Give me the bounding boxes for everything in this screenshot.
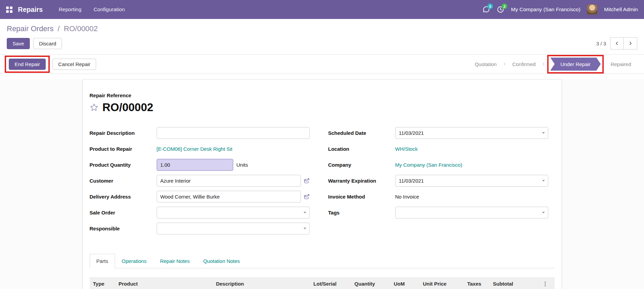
delivery-address-input[interactable] <box>157 191 301 203</box>
tab-repair-notes[interactable]: Repair Notes <box>153 254 197 268</box>
favorite-star-icon[interactable] <box>90 103 98 112</box>
breadcrumb: Repair Orders / RO/00002 <box>0 19 644 34</box>
field-label: Repair Description <box>90 130 157 136</box>
nav-systray: 5 2 My Company (San Francisco) Mitchell … <box>483 4 638 15</box>
discard-button[interactable]: Discard <box>33 38 62 49</box>
chevron-down-icon[interactable] <box>304 212 306 213</box>
chevron-down-icon[interactable] <box>304 180 306 182</box>
chevron-right-icon <box>627 40 634 46</box>
top-nav: Repairs Reporting Configuration 5 2 My C… <box>0 0 644 19</box>
annotation-box-end-repair: End Repair <box>5 56 50 73</box>
col-header-lot-serial: Lot/Serial <box>310 277 351 289</box>
invoice-method-value: No Invoice <box>395 194 419 200</box>
chevron-down-icon[interactable] <box>542 212 545 213</box>
pager: 3 / 3 <box>596 37 637 49</box>
activities-badge: 2 <box>502 3 507 9</box>
col-header-product: Product <box>115 277 213 289</box>
chevron-left-icon <box>614 40 620 46</box>
control-panel: Save Discard 3 / 3 <box>0 34 644 54</box>
reference-label: Repair Reference <box>90 92 555 98</box>
fields-right-column: Scheduled Date Location WH/Stock Company <box>328 127 555 238</box>
stage-repaired[interactable]: Repaired <box>605 61 637 67</box>
stage-under-repair[interactable]: Under Repair <box>550 58 601 71</box>
field-label: Customer <box>90 178 157 184</box>
company-switcher[interactable]: My Company (San Francisco) <box>511 6 580 13</box>
annotation-box-under-repair: Under Repair <box>547 55 604 74</box>
col-header-type: Type <box>90 277 115 289</box>
breadcrumb-current: RO/00002 <box>64 24 98 33</box>
form-view: Repair Reference RO/00002 Repair Descrip… <box>0 79 644 289</box>
form-sheet: Repair Reference RO/00002 Repair Descrip… <box>83 79 562 289</box>
fields-left-column: Repair Description Product to Repair [E-… <box>90 127 316 238</box>
scheduled-date-input[interactable] <box>395 127 548 139</box>
chevron-down-icon[interactable] <box>542 132 545 134</box>
pager-prev-button[interactable] <box>610 37 624 49</box>
pager-buttons <box>610 37 637 49</box>
cancel-repair-button[interactable]: Cancel Repair <box>52 59 96 70</box>
company-link[interactable]: My Company (San Francisco) <box>395 162 462 168</box>
app-name[interactable]: Repairs <box>18 6 43 14</box>
col-header-taxes: Taxes <box>464 277 490 289</box>
parts-table: Type Product Description Lot/Serial Quan… <box>90 277 555 289</box>
repair-description-input[interactable] <box>157 127 310 139</box>
col-header-description: Description <box>213 277 310 289</box>
pager-next-button[interactable] <box>624 37 637 49</box>
avatar[interactable] <box>587 4 597 15</box>
field-label: Scheduled Date <box>328 130 395 136</box>
field-scheduled-date: Scheduled Date <box>328 127 555 139</box>
save-button[interactable]: Save <box>7 38 30 49</box>
col-header-uom: UoM <box>391 277 420 289</box>
table-header-row: Type Product Description Lot/Serial Quan… <box>90 277 555 289</box>
chevron-down-icon[interactable] <box>542 180 545 182</box>
tags-input[interactable] <box>395 207 548 219</box>
field-label: Tags <box>328 210 395 215</box>
customer-input[interactable] <box>157 175 301 187</box>
field-tags: Tags <box>328 206 555 219</box>
activities-icon[interactable]: 2 <box>497 6 504 13</box>
notebook-tabs: Parts Operations Repair Notes Quotation … <box>90 254 555 268</box>
col-header-quantity: Quantity <box>351 277 390 289</box>
optional-columns-icon[interactable]: ⋮ <box>542 281 548 287</box>
field-delivery-address: Delivery Address <box>90 190 316 203</box>
statusbar: End Repair Cancel Repair Quotation Confi… <box>0 54 644 74</box>
field-label: Responsible <box>90 226 157 231</box>
breadcrumb-separator: / <box>55 24 62 33</box>
chevron-down-icon[interactable] <box>304 196 306 198</box>
nav-left: Repairs Reporting Configuration <box>6 0 130 19</box>
field-label: Invoice Method <box>328 194 395 200</box>
field-repair-description: Repair Description <box>90 127 316 139</box>
field-responsible: Responsible <box>90 222 316 234</box>
field-label: Company <box>328 162 395 168</box>
field-product-to-repair: Product to Repair [E-COM06] Corner Desk … <box>90 143 316 155</box>
responsible-input[interactable] <box>157 223 310 234</box>
col-header-subtotal: Subtotal <box>489 277 539 289</box>
tab-quotation-notes[interactable]: Quotation Notes <box>196 254 246 268</box>
user-menu[interactable]: Mitchell Admin <box>604 6 638 13</box>
messages-badge: 5 <box>487 3 493 9</box>
stage-separator-icon <box>541 62 546 66</box>
fields-grid: Repair Description Product to Repair [E-… <box>90 127 555 238</box>
messages-icon[interactable]: 5 <box>483 6 490 13</box>
field-invoice-method: Invoice Method No Invoice <box>328 190 555 203</box>
nav-menu-configuration[interactable]: Configuration <box>89 0 130 19</box>
field-label: Warranty Expiration <box>328 178 395 184</box>
field-label: Location <box>328 146 395 152</box>
col-header-unit-price: Unit Price <box>419 277 464 289</box>
chevron-down-icon[interactable] <box>304 228 306 229</box>
stage-separator-icon <box>502 62 507 66</box>
tab-operations[interactable]: Operations <box>115 254 153 268</box>
field-customer: Customer <box>90 174 316 187</box>
apps-menu-icon[interactable] <box>6 6 13 13</box>
stage-quotation[interactable]: Quotation <box>469 61 502 67</box>
field-sale-order: Sale Order <box>90 206 316 219</box>
stage-confirmed[interactable]: Confirmed <box>507 61 541 67</box>
tab-parts[interactable]: Parts <box>90 254 115 268</box>
warranty-expiration-input[interactable] <box>395 175 548 187</box>
nav-menu-reporting[interactable]: Reporting <box>53 0 86 19</box>
sale-order-input[interactable] <box>157 207 310 219</box>
end-repair-button[interactable]: End Repair <box>9 59 46 70</box>
product-to-repair-link[interactable]: [E-COM06] Corner Desk Right Sit <box>157 146 232 152</box>
breadcrumb-parent[interactable]: Repair Orders <box>7 24 53 33</box>
product-quantity-input[interactable] <box>157 159 233 171</box>
location-link[interactable]: WH/Stock <box>395 146 418 152</box>
